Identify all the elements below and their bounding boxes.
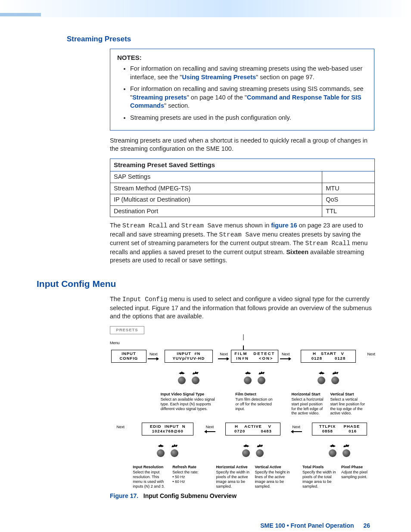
desc-body: Specify the height in lines of the activ… — [255, 470, 290, 488]
bold-text: Sixteen — [286, 249, 308, 255]
knob-icon — [258, 376, 265, 384]
desc-heading: Total Pixels — [302, 465, 338, 470]
menu-box-ttlpix-phase: TTLPIX PHASE 0858 016 — [312, 423, 367, 436]
menu-box-input-n: INPUT #N YUVp/YUV-HD — [165, 350, 213, 363]
label-next: Next — [117, 424, 125, 429]
link-figure-16[interactable]: figure 16 — [271, 222, 297, 229]
link-streaming-presets[interactable]: Streaming presets — [132, 94, 187, 101]
cell: Destination Port — [110, 205, 322, 217]
text: Streaming presets are used in the push c… — [130, 114, 291, 121]
cell: SAP Settings — [110, 171, 322, 183]
notes-label: NOTES: — [117, 53, 367, 62]
desc-body: Specify the width in pixels of the total… — [302, 470, 336, 488]
label-next: Next — [220, 352, 228, 357]
desc-heading: Horizontal Active — [216, 465, 251, 470]
arrow-right-icon — [218, 357, 229, 361]
paragraph: The Input Config menu is used to select … — [110, 295, 374, 321]
label-menu: Menu — [110, 340, 120, 345]
desc-body: Select the rate: — [172, 470, 199, 474]
knob-icon — [331, 376, 339, 384]
cell: Stream Method (MPEG-TS) — [110, 183, 322, 194]
knob-icon — [242, 449, 250, 457]
cell: MTU — [322, 183, 375, 194]
code-text: Stream Save — [181, 222, 223, 229]
text: The — [110, 222, 122, 229]
input-config-diagram: PRESETS Menu INPUT CONFIG Next INPUT #N … — [110, 326, 377, 488]
paragraph: Streaming presets are used when a shortc… — [110, 137, 374, 153]
page-footer: SME 100 • Front Panel Operation 26 — [37, 522, 374, 530]
figure-number: Figure 17. — [110, 492, 138, 499]
knob-icon — [318, 376, 325, 384]
knob-icon — [178, 376, 186, 384]
knob-icon — [192, 376, 199, 384]
menu-box-input-config: INPUT CONFIG — [111, 350, 146, 363]
label-next: Next — [206, 424, 214, 429]
desc-body: Turn film detection on or off for the se… — [235, 397, 272, 411]
text: menus shown in — [222, 222, 271, 229]
note-item: For information on recalling and saving … — [130, 85, 367, 110]
desc-body: Select a vertical start line position fo… — [330, 397, 365, 415]
desc-heading: Film Detect — [235, 392, 274, 397]
desc-body: Select a horizontal start pixel position… — [291, 397, 323, 415]
cell: QoS — [322, 194, 375, 206]
table-row: Stream Method (MPEG-TS)MTU — [110, 183, 375, 194]
paragraph: The Stream Rcall and Stream Save menus s… — [110, 221, 374, 265]
text: and — [167, 222, 181, 229]
heading-streaming-presets: Streaming Presets — [67, 34, 374, 44]
menu-box-film-detect: FILM DETECT IN#N <ON> — [231, 350, 278, 363]
code-text: Input Config — [122, 296, 167, 303]
text: " section. — [164, 102, 190, 109]
desc-heading: Vertical Active — [255, 465, 290, 470]
bullet: 50 Hz — [175, 475, 185, 479]
table-row: SAP Settings — [110, 171, 375, 183]
knob-icon — [171, 449, 178, 457]
menu-box-h-start-v: H START V 0128 0128 — [301, 350, 356, 363]
knob-icon — [244, 376, 252, 384]
knob-icon — [342, 449, 350, 457]
label-next: Next — [367, 352, 375, 357]
label-next: Next — [282, 352, 290, 357]
arrow-left-icon — [204, 429, 215, 434]
table-header: Streaming Preset Saved Settings — [110, 159, 375, 171]
preset-settings-table: Streaming Preset Saved Settings SAP Sett… — [110, 159, 375, 218]
knob-icon — [256, 449, 264, 457]
footer-book: SME 100 • Front Panel Operation — [260, 522, 354, 529]
cell — [322, 171, 375, 183]
label-next: Next — [292, 424, 300, 429]
label-next: Next — [149, 352, 158, 357]
header-stripe — [0, 0, 411, 17]
desc-heading: Refresh Rate — [172, 465, 202, 470]
arrow-right-icon — [148, 357, 159, 361]
menu-box-presets: PRESETS — [110, 326, 144, 334]
text: " on page 140 of the " — [187, 94, 247, 101]
code-text: Stream Rcall — [122, 222, 167, 229]
notes-box: NOTES: For information on recalling and … — [110, 49, 374, 131]
footer-page-number: 26 — [363, 522, 370, 529]
link-using-streaming-presets[interactable]: Using Streaming Presets — [182, 74, 256, 81]
text: The — [110, 296, 122, 302]
figure-title: Input Config Submenu Overview — [143, 492, 237, 499]
desc-heading: Input Resolution — [133, 465, 168, 470]
figure-caption: Figure 17. Input Config Submenu Overview — [110, 492, 374, 500]
table-row: Destination PortTTL — [110, 205, 375, 217]
desc-heading: Pixel Phase — [341, 465, 377, 470]
desc-heading: Vertical Start — [330, 392, 365, 397]
knob-icon — [329, 449, 336, 457]
desc-heading: Horizontal Start — [291, 392, 327, 397]
text: " section on page 97. — [256, 74, 314, 81]
table-row: IP (Multicast or Destination)QoS — [110, 194, 375, 206]
menu-box-h-active-v: H ACTIVE V 0720 0483 — [225, 423, 280, 436]
bullet: 60 Hz — [175, 479, 185, 484]
heading-input-config-menu: Input Config Menu — [37, 278, 374, 290]
cell: TTL — [322, 205, 375, 217]
desc-body: Specify the width in pixels of the activ… — [216, 470, 249, 488]
desc-body: Select an available video signal type. E… — [161, 397, 215, 411]
code-text: Stream Save — [219, 231, 261, 238]
cell: IP (Multicast or Destination) — [110, 194, 322, 206]
menu-box-edid: EDID INPUT N 1024x768@60 — [142, 423, 193, 436]
note-item: For information on recalling and saving … — [130, 65, 367, 81]
code-text: Stream Rcall — [305, 240, 350, 247]
knob-icon — [157, 449, 165, 457]
arrow-right-icon — [280, 357, 291, 361]
arrow-left-icon — [291, 429, 302, 434]
